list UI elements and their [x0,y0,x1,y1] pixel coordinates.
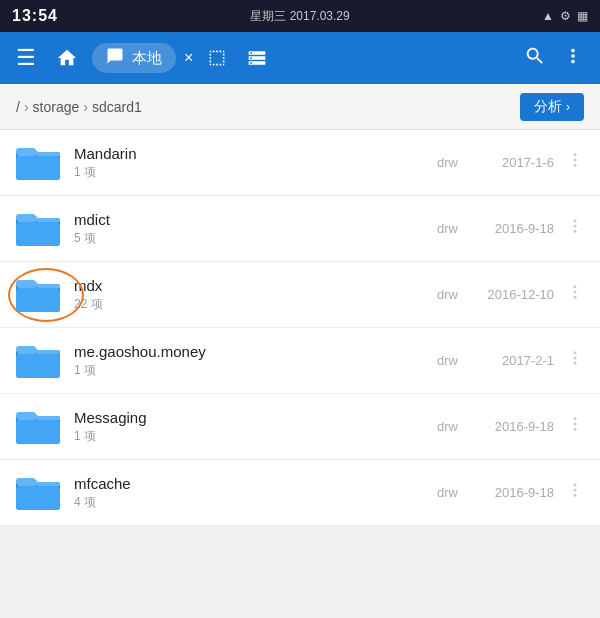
analyze-arrow-icon: › [566,100,570,114]
table-row[interactable]: mdict5 项drw2016-9-18 [0,196,600,262]
svg-point-26 [574,357,577,360]
search-icon[interactable] [518,39,552,78]
status-time: 13:54 [12,7,58,25]
menu-icon[interactable]: ☰ [10,39,42,77]
status-bar: 13:54 星期三 2017.03.29 ▲ ⚙ ▦ [0,0,600,32]
file-name: mdx [74,277,437,294]
table-row[interactable]: Mandarin1 项drw2017-1-6 [0,130,600,196]
file-more-icon[interactable] [562,217,584,240]
file-more-icon[interactable] [562,151,584,174]
svg-point-11 [574,219,577,222]
more-options-icon[interactable] [556,39,590,78]
svg-point-12 [574,225,577,228]
folder-icon [16,408,60,446]
status-icons: ▲ ⚙ ▦ [542,9,588,23]
svg-point-4 [574,153,577,156]
file-count: 1 项 [74,362,437,379]
file-more-icon[interactable] [562,415,584,438]
svg-point-6 [574,164,577,167]
file-date: 2016-9-18 [474,419,554,434]
file-date: 2016-9-18 [474,485,554,500]
folder-icon [16,474,60,512]
svg-point-13 [574,230,577,233]
tabs-icon[interactable] [201,42,233,74]
breadcrumb-storage[interactable]: storage [33,99,80,115]
file-more-icon[interactable] [562,481,584,504]
storage-icon[interactable] [241,42,273,74]
file-type: drw [437,353,458,368]
svg-rect-9 [16,222,60,246]
svg-point-32 [574,417,577,420]
svg-rect-24 [17,349,37,354]
folder-icon [16,210,60,248]
svg-point-19 [574,291,577,294]
file-type: drw [437,485,458,500]
analyze-label: 分析 [534,98,562,116]
svg-rect-37 [16,486,60,510]
nav-bar: ☰ 本地 × [0,32,600,84]
file-type: drw [437,419,458,434]
svg-rect-3 [17,151,37,156]
home-icon[interactable] [50,41,84,75]
breadcrumb-sdcard[interactable]: sdcard1 [92,99,142,115]
folder-icon [16,276,60,314]
svg-point-41 [574,494,577,497]
wifi-icon: ⚙ [560,9,571,23]
table-row[interactable]: Messaging1 项drw2016-9-18 [0,394,600,460]
folder-icon [16,144,60,182]
file-type: drw [437,155,458,170]
local-tab[interactable]: 本地 [92,43,176,73]
svg-point-20 [574,296,577,299]
table-row[interactable]: me.gaoshou.money1 项drw2017-2-1 [0,328,600,394]
svg-point-40 [574,489,577,492]
file-name: mdict [74,211,437,228]
breadcrumb-root[interactable]: / [16,99,20,115]
file-count: 1 项 [74,164,437,181]
file-list: Mandarin1 项drw2017-1-6 mdict5 项drw2016-9… [0,130,600,526]
file-name: Messaging [74,409,437,426]
file-more-icon[interactable] [562,283,584,306]
svg-point-33 [574,423,577,426]
file-count: 1 项 [74,428,437,445]
status-datetime: 星期三 2017.03.29 [250,8,349,25]
file-info: mdx22 项 [74,277,437,313]
table-row[interactable]: mfcache4 项drw2016-9-18 [0,460,600,526]
breadcrumb-arrow-2: › [83,99,88,115]
file-info: Messaging1 项 [74,409,437,445]
file-count: 4 项 [74,494,437,511]
file-date: 2017-1-6 [474,155,554,170]
svg-rect-10 [17,217,37,222]
file-count: 5 项 [74,230,437,247]
file-date: 2016-9-18 [474,221,554,236]
svg-rect-16 [16,288,60,312]
file-count: 22 项 [74,296,437,313]
signal-icon: ▲ [542,9,554,23]
svg-rect-2 [16,156,60,180]
svg-rect-23 [16,354,60,378]
file-info: mfcache4 项 [74,475,437,511]
battery-icon: ▦ [577,9,588,23]
analyze-button[interactable]: 分析 › [520,93,584,121]
file-name: me.gaoshou.money [74,343,437,360]
svg-rect-38 [17,481,37,486]
svg-point-25 [574,351,577,354]
svg-rect-31 [17,415,37,420]
svg-rect-17 [17,283,37,288]
file-info: mdict5 项 [74,211,437,247]
breadcrumb: / › storage › sdcard1 分析 › [0,84,600,130]
table-row[interactable]: mdx22 项drw2016-12-10 [0,262,600,328]
file-info: Mandarin1 项 [74,145,437,181]
chat-icon [106,47,124,69]
file-date: 2017-2-1 [474,353,554,368]
file-type: drw [437,287,458,302]
svg-rect-30 [16,420,60,444]
file-name: mfcache [74,475,437,492]
svg-point-27 [574,362,577,365]
svg-point-34 [574,428,577,431]
tab-close-icon[interactable]: × [184,49,193,67]
file-more-icon[interactable] [562,349,584,372]
tab-label: 本地 [132,49,162,68]
file-name: Mandarin [74,145,437,162]
svg-point-18 [574,285,577,288]
file-type: drw [437,221,458,236]
